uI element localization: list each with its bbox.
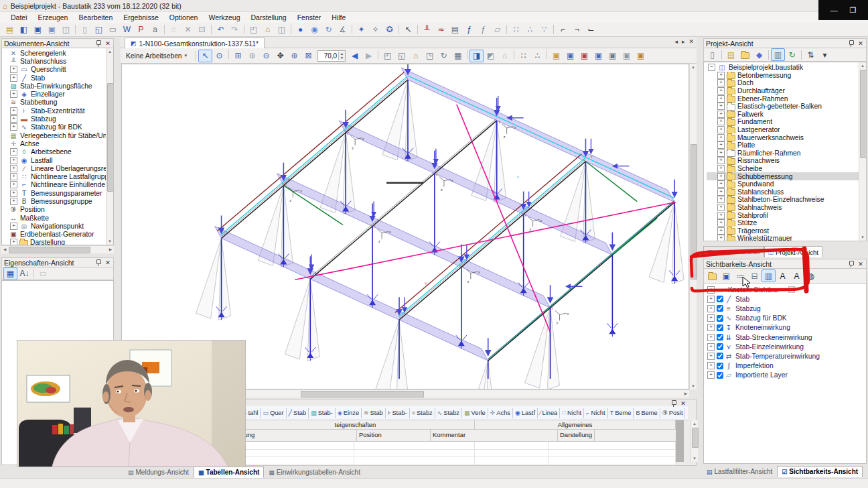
tree-item[interactable]: + ╱ Stab (9, 74, 113, 82)
table-column-header[interactable]: Darstellung (558, 430, 595, 441)
tree-item[interactable]: + Elastisch-gebetteter-Balken (707, 103, 866, 111)
shade-sphere-alt-icon[interactable]: ◉ (307, 23, 321, 36)
viewport-vscrollbar[interactable]: ▲▼ (689, 64, 697, 389)
home-view-icon[interactable]: ⌂ (409, 50, 423, 62)
visibility-tree-item[interactable]: + ╱ Stab ▾ (706, 294, 866, 304)
close-icon[interactable]: ✕ (104, 259, 111, 266)
view-cube-5-icon[interactable]: ▣ (605, 50, 620, 62)
zoom-in-icon[interactable]: ⊕ (287, 50, 301, 62)
tree-item[interactable]: + Durchlaufträger (707, 87, 866, 95)
measure-angle-icon[interactable]: ∡ (336, 23, 350, 36)
tree-item[interactable]: + T Bemessungsparameter (9, 189, 113, 197)
obscured-tab[interactable]: ▤ (703, 246, 764, 257)
categorize-icon[interactable]: ▦ (3, 267, 17, 280)
object-tab[interactable]: ◈ Einze (336, 408, 362, 418)
expander-icon[interactable]: + (10, 123, 17, 131)
tree-item[interactable]: + Rissnachweis (707, 157, 866, 165)
tree-item[interactable]: + Stahlanschluss (707, 188, 866, 196)
tree-item[interactable]: + ◉ Lastfall (9, 156, 113, 164)
expander-icon[interactable]: + (717, 87, 725, 95)
zoom-dynamic-icon[interactable]: ⊕ (245, 50, 259, 62)
expander-icon[interactable]: + (717, 235, 725, 241)
close-icon[interactable]: ✕ (857, 261, 864, 267)
close-icon[interactable]: ✕ (680, 400, 686, 407)
menu-item[interactable]: Darstellung (246, 13, 292, 21)
tree-item[interactable]: + Betonbemessung (707, 72, 866, 80)
pdf-export-icon[interactable]: P (134, 23, 148, 36)
view-tab[interactable]: ▦ Tabellen-Ansicht (194, 467, 264, 478)
tree-item[interactable]: + ◊ Arbeitsebene (9, 148, 113, 156)
arrange-windows-icon[interactable]: ◫ (275, 23, 289, 36)
expander-icon[interactable]: + (707, 305, 715, 312)
expander-icon[interactable]: + (717, 103, 725, 110)
function-icon[interactable]: ƒ (462, 23, 476, 36)
table-column-header[interactable]: Kommentar (431, 430, 558, 441)
expander-icon[interactable]: + (10, 165, 17, 172)
print-preview-icon[interactable]: ◱ (92, 23, 106, 36)
save-visibility-icon[interactable]: ▣ (719, 269, 733, 282)
expander-icon[interactable]: + (10, 190, 17, 197)
visibility-checkbox[interactable] (717, 372, 723, 379)
view-cube-7-icon[interactable]: ▣ (634, 50, 648, 62)
tree-item[interactable]: + Stahlprofil (707, 211, 866, 219)
tree-item[interactable]: + Spundwand (707, 180, 866, 188)
result-table-icon[interactable]: ▤ (448, 23, 462, 36)
visibility-tree-item[interactable]: + ⋎ Stab-Einzeleinwirkung ▾ (706, 342, 866, 351)
home-small-icon[interactable]: ⌂ (498, 50, 512, 62)
documents-tree-scrollbar[interactable]: ▲▼ (106, 48, 113, 245)
display-mode-2-icon[interactable]: ◩ (484, 50, 498, 62)
text-export-icon[interactable]: a (148, 23, 162, 36)
view-tab[interactable]: ▦ Einwirkungstabellen-Ansicht (264, 467, 365, 478)
tree-item[interactable]: + Dach (707, 79, 866, 87)
close-icon[interactable]: ✕ (104, 40, 111, 47)
expander-icon[interactable]: + (717, 118, 725, 125)
function-x-icon[interactable]: ƒ (476, 23, 490, 36)
new-package-icon[interactable]: ◆ (752, 48, 766, 61)
tree-item[interactable]: + Faltwerk (707, 111, 866, 119)
view-cube-3-icon[interactable]: ▣ (577, 50, 591, 62)
tree-item[interactable]: + ∕ Lineare Überlagerungsregel (9, 164, 113, 172)
visibility-checkbox[interactable] (717, 324, 723, 331)
tree-item[interactable]: ✕ Scherengelenk (9, 49, 113, 57)
visibility-tree-item[interactable]: + ∿ Stabzug für BDK ▾ (706, 314, 866, 323)
print-icon[interactable]: ▭ (106, 23, 120, 36)
tree-display-icon[interactable]: ▥ (771, 48, 785, 61)
tree-item[interactable]: + Ebener-Rahmen (707, 95, 866, 103)
support-fixed-icon[interactable]: ╨ (420, 23, 434, 36)
visibility-checkbox[interactable] (717, 296, 723, 302)
visibility-checkbox[interactable] (717, 305, 723, 312)
menu-item[interactable]: Bearbeiten (73, 13, 118, 21)
pin-icon[interactable] (96, 40, 101, 47)
support-roller-icon[interactable]: ≂ (434, 23, 448, 36)
menu-item[interactable]: Hilfe (326, 13, 351, 21)
node-tool-2-icon[interactable]: ∴ (523, 23, 537, 36)
visibility-checkbox[interactable] (717, 363, 723, 369)
object-tab[interactable]: ∕ Linea (538, 408, 560, 418)
tree-item[interactable]: + ▬ Stabzug (9, 115, 113, 123)
font-large-icon[interactable]: A (776, 269, 790, 282)
object-tab[interactable]: ◉ Lastf (513, 408, 538, 418)
expander-icon[interactable]: + (707, 296, 715, 303)
minimize-button[interactable]: — (830, 6, 838, 14)
object-tab[interactable]: ▭ Quer (261, 408, 286, 418)
pin-icon[interactable] (671, 400, 676, 407)
select-filter-b-icon[interactable]: ✧ (368, 23, 382, 36)
tab-close-icon[interactable]: ✕ (689, 38, 694, 45)
tree-item[interactable]: ✛ Achse (9, 139, 113, 147)
expander-icon[interactable]: + (717, 134, 725, 141)
copy-icon[interactable]: ⊡ (195, 23, 209, 36)
tree-item[interactable]: + Räumlicher-Rahmen (707, 149, 866, 158)
delete-icon[interactable]: ✕ (181, 23, 195, 36)
visibility-tree-item[interactable]: + ▱ Importierte Layer ▾ (706, 371, 866, 380)
undo-icon[interactable]: ↶ (214, 23, 228, 36)
insert-position-icon[interactable]: ▤ (724, 48, 738, 61)
save-icon[interactable]: ▣ (31, 23, 45, 36)
pointer-icon[interactable]: ↖ (198, 50, 212, 62)
expander-icon[interactable]: + (717, 227, 725, 235)
expander-icon[interactable]: + (10, 148, 17, 156)
tree-item[interactable]: + Winkelstützmauer (707, 235, 866, 241)
table-column-header[interactable]: Position (357, 430, 431, 441)
save-copy-icon[interactable]: ▣ (45, 23, 59, 36)
menu-item[interactable]: Fenster (292, 13, 327, 21)
page-setup-icon[interactable]: ▯ (78, 23, 92, 36)
